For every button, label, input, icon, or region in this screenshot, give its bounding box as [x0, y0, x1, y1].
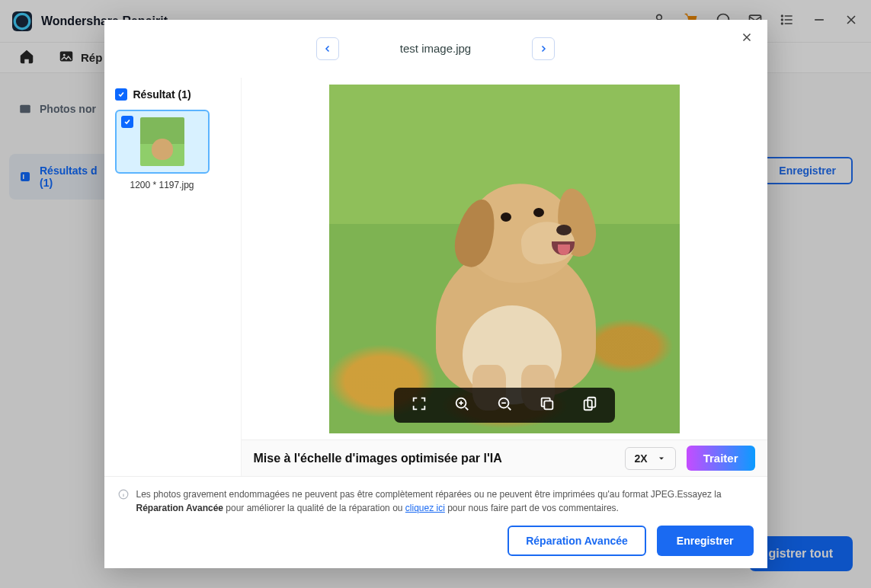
zoom-out-icon[interactable] — [496, 395, 513, 415]
upscale-row: Mise à l'échelle d'images optimisée par … — [242, 439, 767, 476]
upscale-multiplier-select[interactable]: 2X — [625, 447, 676, 470]
info-icon — [118, 489, 129, 515]
svg-rect-15 — [544, 401, 552, 409]
feedback-link[interactable]: cliquez ici — [405, 503, 445, 513]
fullscreen-icon[interactable] — [411, 395, 427, 415]
thumb-caption: 1200 * 1197.jpg — [115, 180, 210, 190]
select-all-checkbox[interactable] — [115, 88, 127, 101]
modal-footer: Les photos gravement endommagées ne peuv… — [104, 476, 767, 568]
preview-modal: test image.jpg Résultat (1) — [104, 20, 767, 568]
close-icon[interactable] — [740, 30, 754, 47]
prev-button[interactable] — [316, 37, 339, 60]
save-button[interactable]: Enregistrer — [657, 526, 754, 556]
multiplier-value: 2X — [635, 452, 648, 465]
next-button[interactable] — [532, 37, 555, 60]
preview-image — [329, 85, 680, 433]
result-thumbnail[interactable] — [115, 110, 210, 174]
results-panel: Résultat (1) 1200 * 1197.jpg — [104, 78, 242, 476]
image-toolbar — [394, 388, 615, 423]
thumb-image — [140, 117, 184, 166]
copy-alt-icon[interactable] — [581, 395, 598, 415]
modal-filename: test image.jpg — [400, 42, 471, 55]
chevron-down-icon — [657, 454, 666, 463]
zoom-in-icon[interactable] — [453, 395, 470, 415]
modal-overlay: test image.jpg Résultat (1) — [0, 0, 871, 588]
copy-icon[interactable] — [539, 395, 556, 415]
process-button[interactable]: Traiter — [687, 446, 755, 471]
results-heading: Résultat (1) — [133, 88, 191, 101]
upscale-label: Mise à l'échelle d'images optimisée par … — [254, 452, 614, 465]
thumb-checkbox[interactable] — [121, 116, 133, 128]
info-text: Les photos gravement endommagées ne peuv… — [136, 487, 754, 515]
advanced-repair-button[interactable]: Réparation Avancée — [508, 526, 646, 556]
modal-header: test image.jpg — [104, 20, 767, 78]
preview-panel: Mise à l'échelle d'images optimisée par … — [242, 78, 767, 476]
